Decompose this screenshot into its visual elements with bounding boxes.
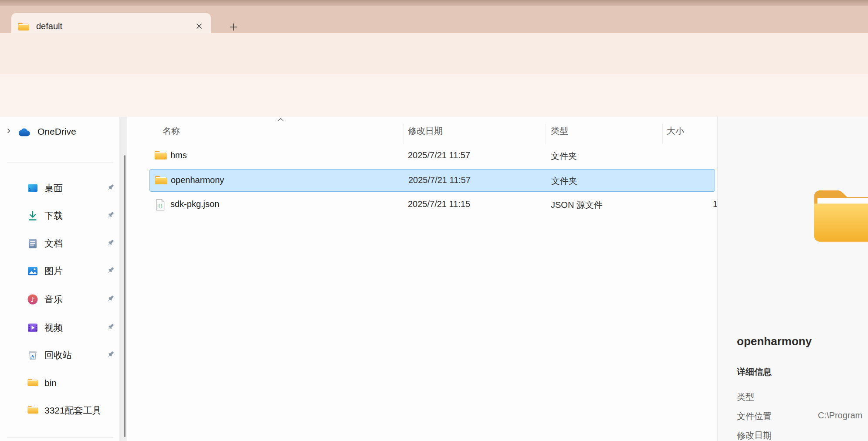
window-top-edge	[0, 0, 868, 6]
folder-icon	[154, 174, 167, 185]
field-label: 文件位置	[737, 411, 772, 421]
navigation-pane: › OneDrive 桌面 下载	[0, 117, 127, 441]
tab-title: default	[36, 21, 62, 31]
column-divider[interactable]	[546, 124, 546, 144]
field-label: 类型	[737, 392, 754, 402]
preview-folder-icon	[809, 181, 868, 248]
file-type: 文件夹	[551, 150, 577, 162]
sidebar-item-label: bin	[44, 378, 57, 388]
file-explorer-window: default › … Program Files	[0, 0, 868, 441]
preview-field-modified: 修改日期	[737, 430, 868, 441]
field-label: 修改日期	[737, 431, 772, 440]
column-headers: 名称 修改日期 类型 大小	[127, 121, 717, 140]
music-icon: ♪	[27, 294, 38, 305]
svg-text:{}: {}	[158, 204, 163, 208]
sidebar-divider	[7, 163, 113, 163]
preview-field-location: 文件位置 C:\Program	[737, 410, 868, 424]
pin-icon	[105, 322, 115, 332]
sidebar-divider	[7, 437, 113, 438]
file-row-hms[interactable]: hms 2025/7/21 11:57 文件夹	[149, 145, 715, 167]
sidebar-item-bin[interactable]: bin	[0, 373, 118, 394]
sidebar-scrollbar-track[interactable]	[119, 117, 127, 441]
sidebar-item-label: OneDrive	[37, 126, 76, 137]
pin-icon	[105, 238, 115, 248]
folder-icon	[17, 21, 29, 31]
sidebar-item-downloads[interactable]: 下载	[0, 205, 118, 226]
sidebar-item-pictures[interactable]: 图片	[0, 261, 118, 282]
expand-chevron-icon[interactable]: ›	[7, 124, 10, 136]
file-modified: 2025/7/21 11:57	[408, 175, 471, 185]
onedrive-cloud-icon	[18, 127, 32, 136]
file-row-sdk-pkg-json[interactable]: {} sdk-pkg.json 2025/7/21 11:15 JSON 源文件…	[149, 193, 715, 216]
column-divider[interactable]	[403, 124, 403, 144]
sidebar-item-label: 3321配套工具	[44, 404, 102, 417]
pin-icon	[105, 210, 115, 220]
pin-icon	[105, 183, 115, 193]
sidebar-item-recycle-bin[interactable]: 回收站	[0, 345, 118, 366]
sidebar-item-desktop[interactable]: 桌面	[0, 178, 118, 199]
sidebar-scrollbar-thumb[interactable]	[124, 155, 125, 437]
column-header-type[interactable]: 类型	[551, 125, 568, 137]
column-divider[interactable]	[662, 124, 663, 144]
preview-title: openharmony	[737, 335, 812, 348]
file-modified: 2025/7/21 11:57	[408, 150, 470, 160]
file-row-openharmony[interactable]: openharmony 2025/7/21 11:57 文件夹	[149, 169, 715, 192]
download-icon	[27, 210, 38, 221]
preview-field-type: 类型	[737, 391, 868, 404]
file-type: JSON 源文件	[551, 199, 603, 211]
sidebar-item-label: 回收站	[44, 349, 72, 361]
json-file-icon: {}	[156, 199, 165, 211]
document-icon	[27, 238, 38, 249]
sidebar-item-documents[interactable]: 文档	[0, 233, 118, 254]
new-tab-button[interactable]	[227, 20, 241, 34]
close-tab-icon[interactable]	[193, 20, 205, 32]
sidebar-item-onedrive[interactable]: › OneDrive	[0, 122, 118, 141]
pin-icon	[105, 294, 115, 304]
file-type: 文件夹	[551, 175, 577, 187]
command-toolbar: 新建 A	[0, 74, 868, 117]
file-size: 1	[703, 199, 718, 209]
svg-text:♪: ♪	[31, 296, 35, 304]
sidebar-item-label: 下载	[44, 210, 63, 222]
pin-icon	[105, 266, 115, 275]
folder-icon	[27, 405, 38, 416]
sidebar-item-label: 视频	[44, 322, 63, 334]
pin-icon	[105, 350, 115, 360]
file-name: openharmony	[171, 175, 224, 185]
column-header-name[interactable]: 名称	[163, 125, 180, 137]
sidebar-item-label: 音乐	[44, 293, 63, 305]
sidebar-item-label: 桌面	[44, 182, 63, 194]
column-header-size[interactable]: 大小	[667, 125, 684, 137]
sidebar-item-music[interactable]: ♪ 音乐	[0, 289, 118, 310]
field-value: C:\Program	[818, 410, 862, 421]
sidebar-item-label: 图片	[44, 265, 63, 277]
file-name: hms	[170, 150, 187, 160]
desktop-icon	[27, 183, 38, 194]
sidebar-item-videos[interactable]: 视频	[0, 317, 118, 338]
file-list: 名称 修改日期 类型 大小 hms 2025/7/21 11:57 文件夹 op…	[127, 117, 717, 441]
videos-icon	[27, 322, 38, 333]
pictures-icon	[27, 265, 38, 277]
file-name: sdk-pkg.json	[170, 199, 219, 209]
tab-bar: default	[0, 6, 868, 33]
sidebar-item-label: 文档	[44, 237, 63, 250]
sidebar-item-3321-tools[interactable]: 3321配套工具	[0, 400, 118, 421]
preview-details-heading: 详细信息	[737, 366, 772, 378]
folder-icon	[154, 149, 167, 160]
file-modified: 2025/7/21 11:15	[408, 199, 470, 209]
recycle-bin-icon	[27, 349, 38, 361]
folder-icon	[27, 377, 38, 389]
details-pane: openharmony 详细信息 类型 文件位置 C:\Program 修改日期	[717, 117, 868, 441]
navigation-bar: › … Program Files › Huawei › DevEco Stud…	[0, 33, 868, 75]
column-header-modified[interactable]: 修改日期	[408, 125, 443, 137]
